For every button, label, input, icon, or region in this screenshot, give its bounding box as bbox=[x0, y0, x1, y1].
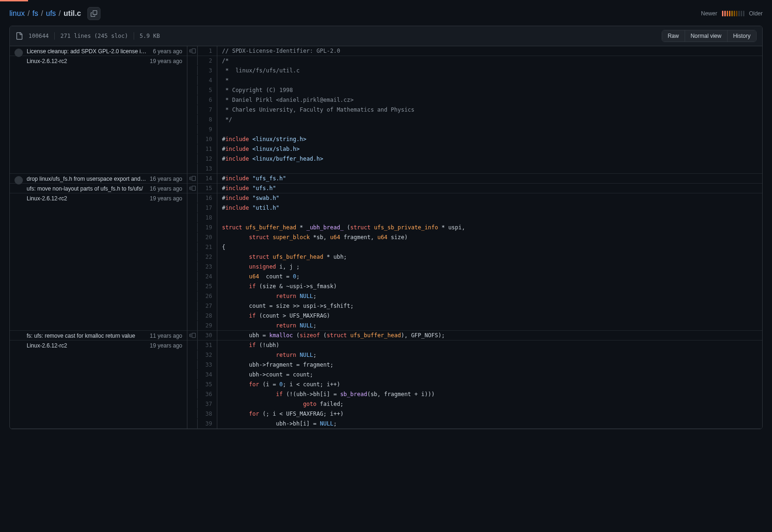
reblame-button bbox=[187, 105, 198, 114]
line-number[interactable]: 1 bbox=[198, 46, 217, 56]
heat-segment bbox=[741, 11, 742, 16]
line-number[interactable]: 2 bbox=[198, 56, 217, 65]
gutter-row: 28 bbox=[187, 311, 217, 321]
blame-commit[interactable]: ufs: move non-layout parts of ufs_fs.h t… bbox=[10, 184, 187, 193]
reblame-button bbox=[187, 135, 198, 144]
reblame-button[interactable] bbox=[187, 174, 198, 183]
blame-code-column: // SPDX-License-Identifier: GPL-2.0/* * … bbox=[217, 46, 762, 429]
line-number[interactable]: 33 bbox=[198, 360, 217, 369]
blame-commit[interactable]: Linux-2.6.12-rc219 years ago bbox=[10, 340, 187, 429]
gutter-row: 31 bbox=[187, 340, 217, 350]
gutter-row: 17 bbox=[187, 203, 217, 213]
line-number[interactable]: 9 bbox=[198, 125, 217, 134]
breadcrumb-part-1[interactable]: ufs bbox=[46, 9, 56, 18]
commit-message[interactable]: drop linux/ufs_fs.h from userspace expor… bbox=[27, 176, 146, 182]
reblame-button bbox=[187, 380, 198, 389]
line-number[interactable]: 3 bbox=[198, 66, 217, 75]
line-number[interactable]: 24 bbox=[198, 272, 217, 281]
reblame-button[interactable] bbox=[187, 331, 198, 340]
copy-icon bbox=[91, 10, 97, 17]
line-number[interactable]: 18 bbox=[198, 213, 217, 222]
gutter-row: 6 bbox=[187, 95, 217, 105]
code-line: if (count > UFS_MAXFRAG) bbox=[217, 311, 762, 321]
reblame-button bbox=[187, 399, 198, 409]
breadcrumb-part-0[interactable]: fs bbox=[32, 9, 38, 18]
raw-button[interactable]: Raw bbox=[662, 30, 685, 42]
line-number[interactable]: 26 bbox=[198, 291, 217, 301]
reblame-button[interactable] bbox=[187, 46, 198, 56]
line-number[interactable]: 12 bbox=[198, 154, 217, 163]
blame-commit[interactable]: License cleanup: add SPDX GPL-2.0 licens… bbox=[10, 46, 187, 56]
line-number[interactable]: 4 bbox=[198, 76, 217, 85]
line-number[interactable]: 36 bbox=[198, 390, 217, 399]
line-number[interactable]: 38 bbox=[198, 409, 217, 419]
code-line: for (; i < UFS_MAXFRAG; i++) bbox=[217, 409, 762, 419]
line-number[interactable]: 34 bbox=[198, 370, 217, 379]
gutter-row: 16 bbox=[187, 193, 217, 203]
line-number[interactable]: 23 bbox=[198, 262, 217, 271]
line-number[interactable]: 16 bbox=[198, 193, 217, 203]
blame-commit[interactable]: Linux-2.6.12-rc219 years ago bbox=[10, 193, 187, 331]
line-number[interactable]: 27 bbox=[198, 301, 217, 311]
gutter-row: 23 bbox=[187, 262, 217, 272]
reblame-button bbox=[187, 56, 198, 65]
line-number[interactable]: 5 bbox=[198, 85, 217, 95]
line-number[interactable]: 11 bbox=[198, 144, 217, 154]
commit-message[interactable]: Linux-2.6.12-rc2 bbox=[27, 195, 146, 202]
commit-message[interactable]: ufs: move non-layout parts of ufs_fs.h t… bbox=[27, 185, 146, 192]
line-number[interactable]: 25 bbox=[198, 282, 217, 291]
copy-path-button[interactable] bbox=[87, 7, 100, 20]
line-number[interactable]: 14 bbox=[198, 174, 217, 183]
code-line: /* bbox=[217, 56, 762, 66]
line-number[interactable]: 15 bbox=[198, 184, 217, 193]
heat-segment bbox=[724, 11, 726, 16]
commit-message[interactable]: fs: ufs: remove cast for kmalloc return … bbox=[27, 333, 146, 339]
line-number[interactable]: 37 bbox=[198, 399, 217, 409]
line-number[interactable]: 39 bbox=[198, 419, 217, 428]
line-number[interactable]: 20 bbox=[198, 233, 217, 242]
code-line: if (!ubh) bbox=[217, 340, 762, 350]
code-line: if (!(ubh->bh[i] = sb_bread(sb, fragment… bbox=[217, 390, 762, 399]
line-number[interactable]: 13 bbox=[198, 164, 217, 173]
reblame-button bbox=[187, 321, 198, 330]
code-line bbox=[217, 164, 762, 174]
code-line: count = size >> uspi->s_fshift; bbox=[217, 301, 762, 311]
line-number[interactable]: 6 bbox=[198, 95, 217, 105]
code-line: { bbox=[217, 242, 762, 252]
gutter-row: 29 bbox=[187, 321, 217, 331]
gutter-row: 11 bbox=[187, 144, 217, 154]
reblame-button[interactable] bbox=[187, 184, 198, 193]
line-number[interactable]: 32 bbox=[198, 350, 217, 360]
breadcrumb-sep: / bbox=[59, 9, 61, 18]
blame-commit[interactable]: drop linux/ufs_fs.h from userspace expor… bbox=[10, 174, 187, 184]
normal-view-button[interactable]: Normal view bbox=[685, 30, 727, 42]
line-number[interactable]: 28 bbox=[198, 311, 217, 320]
commit-message[interactable]: Linux-2.6.12-rc2 bbox=[27, 58, 146, 64]
line-number[interactable]: 35 bbox=[198, 380, 217, 389]
breadcrumb-repo[interactable]: linux bbox=[9, 9, 25, 18]
commit-message[interactable]: Linux-2.6.12-rc2 bbox=[27, 342, 146, 349]
reblame-button bbox=[187, 66, 198, 75]
code-line: #include <linux/string.h> bbox=[217, 135, 762, 144]
line-number[interactable]: 29 bbox=[198, 321, 217, 330]
reblame-button bbox=[187, 252, 198, 262]
blame-commit[interactable]: fs: ufs: remove cast for kmalloc return … bbox=[10, 331, 187, 340]
line-number[interactable]: 31 bbox=[198, 340, 217, 350]
line-number[interactable]: 10 bbox=[198, 135, 217, 144]
file-actions: Raw Normal view History bbox=[662, 30, 757, 42]
blame-commit[interactable]: Linux-2.6.12-rc219 years ago bbox=[10, 56, 187, 174]
history-button[interactable]: History bbox=[727, 30, 756, 42]
code-line: ubh = kmalloc (sizeof (struct ufs_buffer… bbox=[217, 331, 762, 340]
gutter-row: 9 bbox=[187, 125, 217, 135]
line-number[interactable]: 22 bbox=[198, 252, 217, 262]
breadcrumb-sep: / bbox=[41, 9, 43, 18]
gutter-row: 3 bbox=[187, 66, 217, 76]
line-number[interactable]: 21 bbox=[198, 242, 217, 252]
line-number[interactable]: 8 bbox=[198, 115, 217, 124]
line-number[interactable]: 19 bbox=[198, 223, 217, 232]
line-number[interactable]: 30 bbox=[198, 331, 217, 340]
commit-message[interactable]: License cleanup: add SPDX GPL-2.0 licens… bbox=[27, 48, 149, 55]
line-number[interactable]: 17 bbox=[198, 203, 217, 213]
line-number[interactable]: 7 bbox=[198, 105, 217, 114]
heat-segment bbox=[722, 11, 723, 16]
